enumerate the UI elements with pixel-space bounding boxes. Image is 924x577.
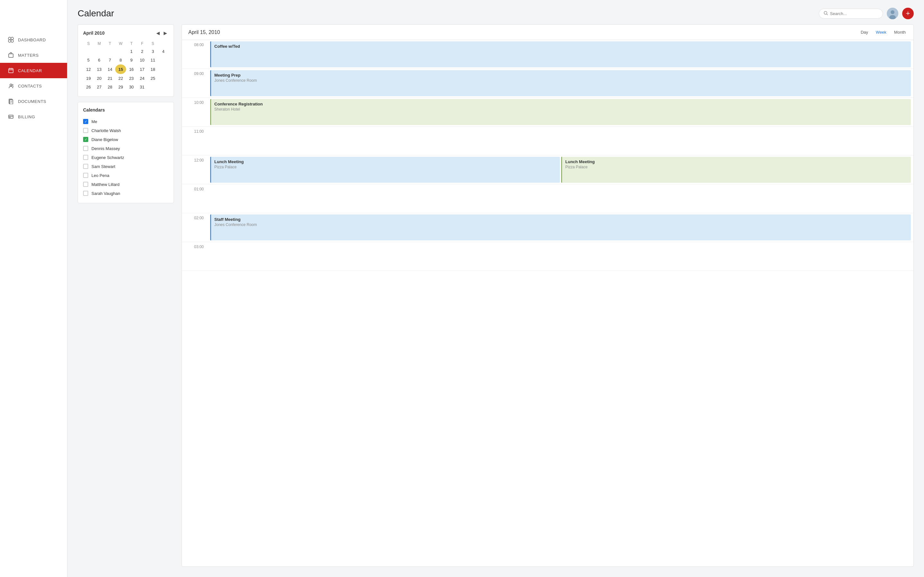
calendar-item-sarah-vaughan[interactable]: Sarah Vaughan xyxy=(83,189,168,198)
calendars-title: Calendars xyxy=(83,107,168,113)
calendar-day-17[interactable]: 17 xyxy=(137,64,147,74)
svg-rect-11 xyxy=(9,117,11,118)
calendar-day-16[interactable]: 16 xyxy=(126,64,137,74)
time-row-1200: 12:00Lunch MeetingPizza PalaceLunch Meet… xyxy=(182,155,913,184)
calendar-day-2[interactable]: 2 xyxy=(137,47,147,56)
calendar-day-5[interactable]: 5 xyxy=(83,56,94,64)
event-conference-registration[interactable]: Conference RegistrationSheraton Hotel xyxy=(210,99,911,125)
calendar-month-year: April 2010 xyxy=(83,31,105,35)
prev-month-button[interactable]: ◀ xyxy=(155,30,161,36)
event-coffee-w/ted[interactable]: Coffee w/Ted xyxy=(210,41,911,67)
checkbox-charlotte-walsh[interactable] xyxy=(83,128,88,133)
calendar-day-29[interactable]: 29 xyxy=(115,83,126,91)
checkbox-sarah-vaughan[interactable] xyxy=(83,191,88,196)
sidebar-item-contacts[interactable]: CONTACTS xyxy=(0,78,67,93)
event-subtitle: Sheraton Hotel xyxy=(214,107,908,111)
calendar-empty xyxy=(105,47,115,56)
calendar-day-3[interactable]: 3 xyxy=(148,47,158,56)
checkbox-matthew-lillard[interactable] xyxy=(83,182,88,187)
event-title: Lunch Meeting xyxy=(214,159,557,164)
checkbox-dennis-massey[interactable] xyxy=(83,146,88,151)
svg-point-3 xyxy=(11,40,13,42)
search-icon xyxy=(824,11,828,16)
calendar-day-10[interactable]: 10 xyxy=(137,56,147,64)
event-subtitle: Pizza Palace xyxy=(214,165,557,169)
time-label: 10:00 xyxy=(182,98,208,126)
event-title: Lunch Meeting xyxy=(565,159,908,164)
calendar-day-19[interactable]: 19 xyxy=(83,74,94,83)
sidebar-item-matters[interactable]: MATTERS xyxy=(0,47,67,63)
sidebar: DASHBOARD MATTERS CALENDAR xyxy=(0,0,67,577)
calendar-day-15[interactable]: 15 xyxy=(115,64,126,74)
checkbox-diane-bigelow[interactable]: ✓ xyxy=(83,137,88,142)
sidebar-item-calendar[interactable]: CALENDAR xyxy=(0,63,67,78)
calendar-item-label: Sam Stewart xyxy=(91,164,115,169)
calendar-day-21[interactable]: 21 xyxy=(105,74,115,83)
calendar-day-11[interactable]: 11 xyxy=(148,56,158,64)
time-row-0800: 08:00Coffee w/Ted xyxy=(182,40,913,69)
event-title: Conference Registration xyxy=(214,102,908,106)
calendar-item-me[interactable]: ✓Me xyxy=(83,117,168,126)
calendar-item-eugene-schwartz[interactable]: Eugene Schwartz xyxy=(83,153,168,162)
sidebar-item-dashboard[interactable]: DASHBOARD xyxy=(0,32,67,47)
calendar-item-leo-pena[interactable]: Leo Pena xyxy=(83,171,168,180)
event-staff-meeting[interactable]: Staff MeetingJones Conference Room xyxy=(210,214,911,240)
calendar-day-14[interactable]: 14 xyxy=(105,64,115,74)
calendar-day-30[interactable]: 30 xyxy=(126,83,137,91)
calendar-day-1[interactable]: 1 xyxy=(126,47,137,56)
day-header-mon: M xyxy=(94,40,104,47)
calendar-item-charlotte-walsh[interactable]: Charlotte Walsh xyxy=(83,126,168,135)
calendar-day-22[interactable]: 22 xyxy=(115,74,126,83)
checkbox-eugene-schwartz[interactable] xyxy=(83,155,88,160)
dashboard-icon xyxy=(8,37,14,43)
calendar-day-31[interactable]: 31 xyxy=(137,83,147,91)
svg-point-2 xyxy=(8,40,11,42)
calendar-day-26[interactable]: 26 xyxy=(83,83,94,91)
calendars-panel: Calendars ✓MeCharlotte Walsh✓Diane Bigel… xyxy=(78,102,174,203)
time-content: Meeting PrepJones Conference Room xyxy=(208,69,913,97)
checkbox-me[interactable]: ✓ xyxy=(83,119,88,124)
calendar-day-24[interactable]: 24 xyxy=(137,74,147,83)
sidebar-label-documents: DOCUMENTS xyxy=(18,99,46,104)
time-row-0100: 01:00 xyxy=(182,184,913,213)
calendar-day-13[interactable]: 13 xyxy=(94,64,104,74)
event-meeting-prep[interactable]: Meeting PrepJones Conference Room xyxy=(210,70,911,96)
calendar-item-dennis-massey[interactable]: Dennis Massey xyxy=(83,144,168,153)
calendar-day-8[interactable]: 8 xyxy=(115,56,126,64)
calendar-day-4[interactable]: 4 xyxy=(158,47,168,56)
calendar-nav: ◀ ▶ xyxy=(155,30,168,36)
calendar-day-28[interactable]: 28 xyxy=(105,83,115,91)
checkbox-sam-stewart[interactable] xyxy=(83,164,88,169)
schedule-body: 08:00Coffee w/Ted09:00Meeting PrepJones … xyxy=(182,40,913,566)
next-month-button[interactable]: ▶ xyxy=(162,30,168,36)
calendar-day-12[interactable]: 12 xyxy=(83,64,94,74)
calendar-day-27[interactable]: 27 xyxy=(94,83,104,91)
calendar-day-9[interactable]: 9 xyxy=(126,56,137,64)
add-button[interactable]: + xyxy=(902,8,914,19)
calendar-day-23[interactable]: 23 xyxy=(126,74,137,83)
calendar-item-diane-bigelow[interactable]: ✓Diane Bigelow xyxy=(83,135,168,144)
calendar-day-20[interactable]: 20 xyxy=(94,74,104,83)
tab-month[interactable]: Month xyxy=(893,29,907,35)
search-input[interactable] xyxy=(830,11,878,16)
search-box[interactable] xyxy=(819,9,883,19)
calendar-day-25[interactable]: 25 xyxy=(148,74,158,83)
sidebar-item-billing[interactable]: BILLING xyxy=(0,109,67,124)
event-lunch-meeting[interactable]: Lunch MeetingPizza Palace xyxy=(210,157,560,183)
sidebar-label-dashboard: DASHBOARD xyxy=(18,37,46,42)
time-content xyxy=(208,242,913,271)
sidebar-item-documents[interactable]: DOCUMENTS xyxy=(0,93,67,109)
calendar-item-sam-stewart[interactable]: Sam Stewart xyxy=(83,162,168,171)
tab-day[interactable]: Day xyxy=(859,29,869,35)
calendar-day-7[interactable]: 7 xyxy=(105,56,115,64)
calendar-day-6[interactable]: 6 xyxy=(94,56,104,64)
tab-week[interactable]: Week xyxy=(875,29,888,35)
calendar-item-matthew-lillard[interactable]: Matthew Lillard xyxy=(83,180,168,189)
calendar-day-18[interactable]: 18 xyxy=(148,64,158,74)
svg-rect-5 xyxy=(9,69,13,73)
checkbox-leo-pena[interactable] xyxy=(83,173,88,178)
calendar-item-label: Sarah Vaughan xyxy=(91,191,120,196)
event-lunch-meeting[interactable]: Lunch MeetingPizza Palace xyxy=(561,157,911,183)
day-header-tue: T xyxy=(105,40,115,47)
calendar-item-label: Charlotte Walsh xyxy=(91,128,121,133)
